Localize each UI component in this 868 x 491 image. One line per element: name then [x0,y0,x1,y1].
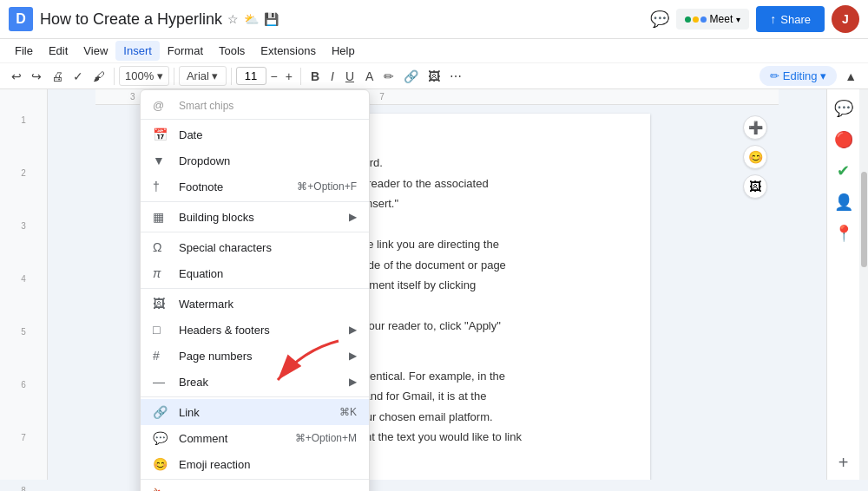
more-options-button[interactable]: ⋯ [445,67,466,86]
date-icon: 📅 [153,128,170,141]
emoji-reaction-btn[interactable]: 😊 [743,145,767,169]
emoji-label: Emoji reaction [179,458,250,471]
headers-footers-item[interactable]: □ Headers & footers ▶ [141,317,369,343]
star-icon[interactable]: ☆ [227,12,239,26]
comment-menu-icon: 💬 [153,431,170,445]
emoji-item[interactable]: 😊 Emoji reaction [141,451,369,477]
sidebar-maps-icon[interactable]: 📍 [832,221,856,245]
date-label: Date [179,128,202,141]
link-shortcut: ⌘K [339,406,357,418]
insert-dropdown-menu: @ Smart chips 📅 Date ▼ Dropdown † Footno… [140,89,370,491]
share-button[interactable]: ↑ Share [756,6,825,32]
bookmark-label: Bookmark [179,488,230,492]
building-blocks-icon: ▦ [153,210,170,224]
date-item[interactable]: 📅 Date [141,121,369,147]
break-label: Break [179,376,208,389]
italic-button[interactable]: I [326,67,339,86]
page-numbers-label: Page numbers [179,350,253,363]
link-item[interactable]: 🔗 Link ⌘K [141,399,369,425]
font-color-button[interactable]: A [360,67,378,86]
menu-insert[interactable]: Insert [115,41,160,61]
font-size-increase[interactable]: + [282,67,296,86]
sidebar-tasks-icon[interactable]: ✔ [832,159,856,183]
menu-format[interactable]: Format [160,41,211,61]
break-item[interactable]: — Break ▶ [141,369,369,395]
page-numbers-arrow: ▶ [349,350,357,362]
add-comment-btn[interactable]: ➕ [743,115,767,140]
font-size-input[interactable] [236,67,266,85]
menu-extensions[interactable]: Extensions [253,41,324,61]
menu-file[interactable]: File [7,41,41,61]
scrollbar-thumb[interactable] [861,172,867,267]
break-icon: — [153,375,170,389]
watermark-item[interactable]: 🖼 Watermark [141,291,369,317]
footnote-shortcut: ⌘+Option+F [297,180,357,193]
footnote-item[interactable]: † Footnote ⌘+Option+F [141,173,369,200]
image-button[interactable]: 🖼 [424,67,444,86]
edit-mode-button[interactable]: ✏ Editing ▾ [760,66,837,86]
bookmark-item[interactable]: 🔖 Bookmark [141,481,369,491]
zoom-select[interactable]: 100% ▾ [119,66,169,86]
building-blocks-label: Building blocks [179,211,254,224]
building-blocks-arrow: ▶ [349,211,357,223]
app-icon: D [9,7,33,31]
special-chars-item[interactable]: Ω Special characters [141,234,369,260]
menu-edit[interactable]: Edit [41,41,76,61]
left-ruler: 1 2 3 4 5 6 7 8 ⊞ [0,89,48,480]
smart-chips-item[interactable]: @ Smart chips [141,94,369,117]
comment-item[interactable]: 💬 Comment ⌘+Option+M [141,425,369,451]
highlight-button[interactable]: ✏ [379,67,398,86]
comment-label: Comment [179,432,227,445]
special-chars-label: Special characters [179,241,272,254]
sidebar-chat-icon[interactable]: 💬 [832,96,856,121]
sidebar-calendar-icon[interactable]: 🔴 [832,128,856,152]
bold-button[interactable]: B [306,67,325,86]
spellcheck-button[interactable]: ✓ [69,67,88,86]
scrollbar[interactable] [859,89,868,480]
watermark-label: Watermark [179,298,233,311]
dropdown-label: Dropdown [179,154,230,167]
print-button[interactable]: 🖨 [47,67,68,86]
equation-item[interactable]: π Equation [141,260,369,286]
paintformat-button[interactable]: 🖌 [89,67,109,86]
comment-icon[interactable]: 💬 [650,10,669,29]
headers-label: Headers & footers [179,324,270,337]
suggest-edit-btn[interactable]: 🖼 [743,174,767,199]
save-icon[interactable]: 💾 [264,12,279,26]
sidebar-contacts-icon[interactable]: 👤 [832,190,856,214]
footnote-label: Footnote [179,180,223,193]
dropdown-item-dropdown[interactable]: ▼ Dropdown [141,147,369,173]
headers-arrow: ▶ [349,324,357,336]
collapse-toolbar-button[interactable]: ▲ [840,67,861,86]
cloud-icon[interactable]: ⛅ [244,12,259,26]
menu-tools[interactable]: Tools [211,41,253,61]
share-icon: ↑ [770,12,776,26]
avatar[interactable]: J [832,5,859,33]
link-button[interactable]: 🔗 [399,67,423,86]
font-size-decrease[interactable]: − [267,67,281,86]
link-label: Link [179,406,200,419]
equation-icon: π [153,266,170,280]
page-numbers-item[interactable]: # Page numbers ▶ [141,343,369,369]
add-sidebar-icon[interactable]: + [832,450,856,475]
bookmark-icon: 🔖 [153,488,170,491]
break-arrow: ▶ [349,376,357,388]
undo-button[interactable]: ↩ [7,67,26,86]
equation-label: Equation [179,267,223,280]
underline-button[interactable]: U [340,67,359,86]
redo-button[interactable]: ↪ [27,67,46,86]
font-select[interactable]: Arial ▾ [179,66,227,86]
dropdown-icon: ▼ [153,154,170,167]
meet-button[interactable]: Meet ▾ [676,9,750,29]
menu-view[interactable]: View [76,41,115,61]
chevron-down-icon: ▾ [736,15,740,24]
building-blocks-item[interactable]: ▦ Building blocks ▶ [141,204,369,230]
comment-shortcut: ⌘+Option+M [295,432,357,444]
footnote-icon: † [153,180,170,193]
watermark-icon: 🖼 [153,297,170,311]
doc-title: How to Create a Hyperlink [40,10,222,29]
page-numbers-icon: # [153,349,170,363]
headers-icon: □ [153,323,170,337]
right-sidebar: 💬 🔴 ✔ 👤 📍 + [826,89,859,480]
menu-help[interactable]: Help [324,41,363,61]
